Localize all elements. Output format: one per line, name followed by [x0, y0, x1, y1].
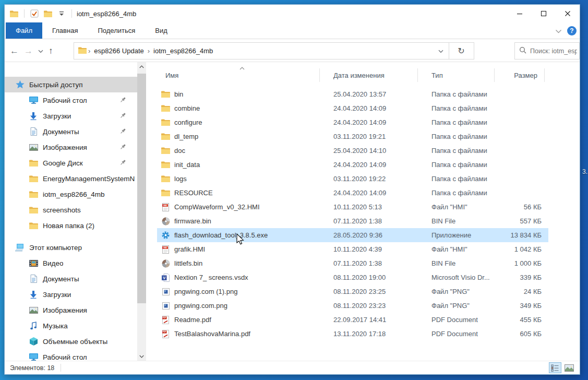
up-button[interactable]: ↑ — [49, 46, 53, 55]
sidebar-item-label: Рабочий стол — [43, 353, 87, 361]
file-name-cell: bin — [161, 90, 320, 98]
recent-locations-icon[interactable] — [38, 46, 43, 55]
close-button[interactable] — [556, 5, 580, 22]
file-row[interactable]: firmware.bin07.11.2020 1:38BIN File557 К… — [157, 214, 548, 228]
column-header-Дата изменения[interactable]: Дата изменения — [320, 69, 418, 81]
file-type: Файл "PNG" — [418, 302, 495, 310]
breadcrumb[interactable]: ›esp8266 Update›iotm_esp8266_4mb — [74, 42, 449, 60]
sidebar-item-Музыка[interactable]: Музыка — [5, 318, 137, 334]
search-box[interactable] — [514, 42, 580, 60]
computer-icon — [15, 244, 25, 252]
sidebar-item-label: Музыка — [43, 322, 68, 330]
sidebar-item-Новая папка (2)[interactable]: Новая папка (2) — [5, 218, 137, 233]
sidebar-item-Рабочий стол[interactable]: Рабочий стол — [5, 349, 137, 361]
file-name: dl_temp — [174, 133, 198, 140]
sidebar-item-Google Диск[interactable]: Google Диск — [5, 155, 137, 171]
file-row[interactable]: logs03.11.2020 19:22Папка с файлами — [157, 172, 548, 186]
breadcrumb-segment[interactable]: iotm_esp8266_4mb — [151, 47, 215, 55]
sidebar-item-label: Изображения — [43, 306, 87, 314]
breadcrumb-chevron-icon[interactable]: › — [87, 47, 92, 55]
file-row[interactable]: doc25.04.2020 14:10Папка с файлами — [157, 144, 548, 158]
file-name: grafik.HMI — [174, 245, 205, 253]
customize-qat-icon[interactable] — [56, 8, 67, 19]
minimize-button[interactable] — [508, 5, 532, 22]
folder-icon — [161, 189, 170, 196]
file-row[interactable]: PDFReadme.pdf22.09.2017 14:41PDF Documen… — [157, 313, 548, 327]
file-row[interactable]: HMICompWaveform_v0_32.HMI10.11.2020 5:13… — [157, 200, 548, 214]
file-row[interactable]: HMIgrafik.HMI10.11.2020 4:39Файл "HMI"1 … — [157, 242, 548, 256]
file-row[interactable]: pngwing.com (1).png08.11.2020 23:25Файл … — [157, 284, 548, 299]
sidebar-item-EnergyManagementSystemN[interactable]: EnergyManagementSystemN — [5, 171, 137, 186]
sidebar-item-Рабочий стол[interactable]: Рабочий стол — [5, 92, 137, 108]
scrollbar-thumb[interactable] — [137, 74, 146, 303]
details-view-button[interactable] — [549, 362, 561, 373]
file-row[interactable]: RESOURCE24.04.2020 14:09Папка с файлами — [157, 186, 548, 200]
file-row[interactable]: VNextion 7_ screens.vsdx08.11.2020 19:00… — [157, 270, 548, 284]
ribbon-collapse-icon[interactable] — [555, 26, 562, 35]
pictures-icon — [29, 307, 38, 314]
sidebar-item-Документы[interactable]: Документы — [5, 124, 137, 139]
tab-Поделиться[interactable]: Поделиться — [88, 22, 145, 39]
file-name: init_data — [174, 161, 200, 169]
file-row[interactable]: configure24.04.2020 14:09Папка с файлами — [157, 115, 548, 129]
back-button[interactable]: ← — [10, 46, 19, 55]
pin-icon — [118, 97, 127, 103]
file-type: Файл "HMI" — [418, 203, 495, 211]
file-size: 1 042 КБ — [495, 245, 545, 253]
sidebar-item-Документы[interactable]: Документы — [5, 271, 137, 287]
sidebar-item-Загрузки[interactable]: Загрузки — [5, 287, 137, 302]
column-header-Тип[interactable]: Тип — [418, 69, 495, 81]
file-row[interactable]: pngwing.com.png08.11.2020 23:23Файл "PNG… — [157, 299, 548, 313]
file-row[interactable]: bin25.04.2020 13:57Папка с файлами — [157, 87, 548, 101]
file-row[interactable]: combine24.04.2020 14:09Папка с файлами — [157, 101, 548, 115]
png-icon — [161, 288, 170, 295]
sidebar-item-Изображения[interactable]: Изображения — [5, 302, 137, 318]
scroll-down-icon[interactable] — [137, 352, 146, 361]
file-name-cell: dl_temp — [161, 133, 320, 140]
items-count: Элементов: 18 — [10, 364, 54, 372]
sidebar-section-Быстрый доступ[interactable]: Быстрый доступ — [5, 77, 137, 92]
sidebar-item-screenshots[interactable]: screenshots — [5, 202, 137, 218]
tab-Главная[interactable]: Главная — [42, 22, 88, 39]
file-type: Папка с файлами — [418, 189, 495, 197]
maximize-button[interactable] — [532, 5, 556, 22]
file-row[interactable]: PDFTestBalashovaMarina.pdf13.11.2020 17:… — [157, 327, 548, 341]
file-row[interactable]: init_data24.04.2020 14:09Папка с файлами — [157, 158, 548, 172]
file-row[interactable]: flash_download_tool_3.8.5.exe28.05.2020 … — [157, 228, 548, 242]
file-name: bin — [174, 90, 183, 98]
tab-Файл[interactable]: Файл — [6, 22, 42, 39]
refresh-button[interactable]: ↻ — [449, 42, 474, 60]
column-header-Размер[interactable]: Размер — [495, 69, 545, 81]
thumbnails-view-button[interactable] — [563, 362, 575, 373]
sidebar-item-Объемные объекты[interactable]: Объемные объекты — [5, 334, 137, 349]
sidebar-section-Этот компьютер[interactable]: Этот компьютер — [5, 240, 137, 255]
tab-Вид[interactable]: Вид — [145, 22, 177, 39]
scroll-up-icon[interactable] — [137, 62, 146, 71]
help-icon[interactable]: ? — [567, 26, 577, 35]
file-row[interactable]: littlefs.bin07.11.2020 1:38BIN File1 000… — [157, 256, 548, 270]
address-dropdown-icon[interactable] — [438, 47, 449, 55]
sidebar-scrollbar[interactable] — [137, 62, 146, 361]
file-date: 03.11.2020 19:22 — [320, 175, 418, 183]
sidebar-item-label: Изображения — [43, 144, 87, 151]
file-type: Папка с файлами — [418, 104, 495, 112]
breadcrumb-chevron-icon[interactable]: › — [146, 47, 151, 55]
column-header-Имя[interactable]: Имя — [147, 69, 320, 81]
file-type: PDF Document — [418, 316, 495, 324]
new-folder-icon[interactable] — [43, 8, 53, 19]
svg-text:V: V — [163, 275, 165, 280]
search-input[interactable] — [530, 48, 577, 55]
sidebar-item-Видео[interactable]: Видео — [5, 255, 137, 271]
file-row[interactable]: dl_temp03.11.2020 19:21Папка с файлами — [157, 129, 548, 144]
forward-button[interactable]: → — [24, 46, 33, 55]
file-type: Папка с файлами — [418, 161, 495, 169]
folder-icon — [29, 191, 38, 198]
file-name-cell: configure — [161, 118, 320, 126]
sidebar-item-Загрузки[interactable]: Загрузки — [5, 108, 137, 124]
properties-check-icon[interactable] — [29, 8, 40, 19]
sidebar-item-Изображения[interactable]: Изображения — [5, 139, 137, 155]
breadcrumb-segment[interactable]: esp8266 Update — [92, 47, 146, 55]
file-date: 03.11.2020 19:21 — [320, 133, 418, 140]
sidebar-item-iotm_esp8266_4mb[interactable]: iotm_esp8266_4mb — [5, 186, 137, 202]
file-name-cell: flash_download_tool_3.8.5.exe — [161, 231, 320, 240]
